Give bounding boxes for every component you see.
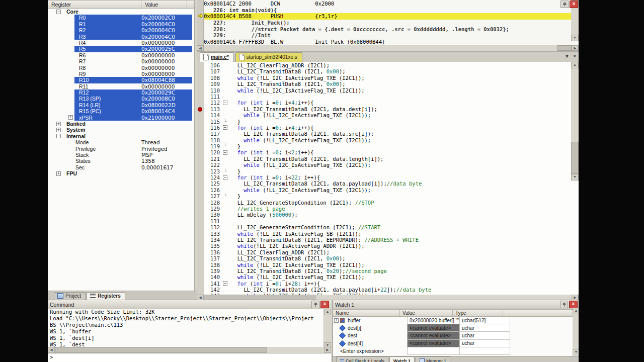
code-line-112[interactable]: 112− for (int i =0; i<4;i++){ [197,100,571,106]
breakpoint-icon[interactable] [198,107,202,112]
pin-icon[interactable] [311,301,319,308]
register-row-r2[interactable]: R20x200004C0 [48,27,194,33]
code-line-127[interactable]: 127└ } [197,193,571,199]
code-line-123[interactable]: 123└ } [197,168,571,174]
command-horizontal-scrollbar[interactable]: ◀ ▶ [48,347,331,353]
register-row-r1[interactable]: R10x200004C0 [48,21,194,27]
register-row-r6[interactable]: R60x00000000 [48,52,194,58]
code-line-141[interactable]: 141− for (int i =0; i<28; i++){ [197,281,571,287]
code-line-132[interactable]: 132 LL_I2C_GenerateStartCondition (I2C1)… [197,224,571,230]
expander-icon[interactable]: − [56,134,61,138]
disassembly-line[interactable]: 228: //struct Packet data = {.dest = 0xc… [204,26,571,33]
tab-watch-1[interactable]: Watch 1 [389,356,415,362]
tab-call-stack-locals[interactable]: Call Stack + Locals [336,356,388,362]
register-row-r4[interactable]: R40x00000000 [48,40,194,46]
register-row-privilege[interactable]: PrivilegePrivileged [48,146,194,152]
register-row-r5[interactable]: R50x2000025C [48,46,194,52]
disassembly-line[interactable]: 0x080014C6 F7FFFB3D BL.W Init_Pack (0x08… [204,39,571,45]
register-row-r7[interactable]: R70x00000000 [48,58,194,64]
close-icon[interactable]: × [320,301,329,308]
code-line-120[interactable]: 120− for (int i =0; i<2;i++){ [197,149,571,155]
code-line-110[interactable]: 110 while (!LL_I2C_IsActiveFlag_TXE (I2C… [197,87,571,94]
code-line-109[interactable]: 109 LL_I2C_TransmitData8 (I2C1, 0x00); [197,81,571,87]
watch-row-buffer[interactable]: +buffer0x20000020 buffer[] ""uchar[512] [333,317,579,324]
command-input[interactable]: > [48,353,331,361]
code-line-115[interactable]: 115└ } [197,119,571,125]
register-row-xpsr[interactable]: +xPSR0x21000000 [48,115,194,121]
scroll-left-icon[interactable]: ◀ [48,347,55,353]
scroll-down-icon[interactable]: ▼ [571,174,579,180]
register-column-header[interactable]: Register [48,0,141,9]
code-line-114[interactable]: 114 while (!LL_I2C_IsActiveFlag_TXE (I2C… [197,112,571,118]
expander-icon[interactable]: + [334,318,339,323]
code-line-136[interactable]: 136 LL_I2C_ClearFlag_ADDR (I2C1); [197,249,571,255]
scroll-up-icon[interactable]: ▲ [571,62,579,68]
fold-icon[interactable]: − [223,101,227,105]
editor-vertical-scrollbar[interactable]: ▲ ▼ [571,62,579,295]
register-row-internal[interactable]: −Internal [48,133,194,139]
fold-icon[interactable]: − [223,175,227,180]
code-line-137[interactable]: 137 LL_I2C_TransmitData8 (I2C1, 0x00); [197,255,571,261]
register-row-fpu[interactable]: +FPU [48,170,194,176]
code-line-128[interactable]: 128 LL_I2C_GenerateStopCondition (I2C1);… [197,200,571,206]
disassembly-horizontal-scrollbar[interactable]: ◀ ▶ [197,45,579,51]
tab-memory-1[interactable]: Memory 1 [416,356,450,362]
expander-icon[interactable]: + [56,128,61,132]
code-line-138[interactable]: 138 while (!LL_I2C_IsActiveFlag_TXE (I2C… [197,262,571,268]
name-column-header[interactable]: Name [333,309,400,317]
watch-row-dest[interactable]: dest<cannot evaluate>uchar [333,332,579,339]
code-area[interactable]: 106 LL_I2C_ClearFlag_ADDR (I2C1);107 LL_… [197,62,579,295]
code-line-113[interactable]: 113 LL_I2C_TransmitData8 (I2C1, data.des… [197,106,571,112]
close-icon[interactable]: × [570,1,578,8]
code-line-121[interactable]: 121 LL_I2C_TransmitData8 (I2C1, data.len… [197,156,571,162]
code-line-130[interactable]: 130 LL_mDelay (500000); [197,212,571,218]
register-row-core[interactable]: −Core [48,9,194,15]
disassembly-margin[interactable] [197,0,204,45]
register-row-stack[interactable]: StackMSP [48,152,194,158]
close-icon[interactable]: × [569,301,578,308]
value-column-header[interactable]: Value [141,0,187,9]
fold-icon[interactable]: − [223,150,227,155]
register-row-r15-pc-[interactable]: R15 (PC)0x080014C4 [48,108,194,114]
register-row-mode[interactable]: ModeThread [48,139,194,145]
command-vertical-scrollbar[interactable]: ▲ ▼ [324,309,331,347]
code-line-124[interactable]: 124− for (int i =0; i<22; i++){ [197,174,571,180]
code-line-122[interactable]: 122 while (!LL_I2C_IsActiveFlag_TXE (I2C… [197,162,571,168]
pin-icon[interactable] [560,301,568,308]
value-column-header[interactable]: Value [400,309,453,317]
tab-main-c[interactable]: main.c* [200,52,234,62]
disassembly-lines[interactable]: 0x080014C2 2000 DCW 0x2000 226: int main… [204,1,571,45]
scroll-right-icon[interactable]: ▶ [324,347,331,353]
scrollbar-thumb[interactable] [557,45,572,51]
scroll-down-icon[interactable]: ▼ [573,349,579,355]
register-row-r12[interactable]: R120x2000029C [48,89,194,96]
tab-registers[interactable]: Registers [87,292,125,300]
watch-row-dest-i-[interactable]: dest[i]<cannot evaluate>uchar [333,324,579,332]
fold-icon[interactable]: − [223,281,227,286]
watch-row-dest-4-[interactable]: dest[4]<cannot evaluate>uchar [333,340,579,347]
disassembly-line[interactable]: 0x080014C2 2000 DCW 0x2000 [204,1,571,7]
expander-icon[interactable]: + [56,171,61,176]
code-line-108[interactable]: 108 while (!LL_I2C_IsActiveFlag_TXE (I2C… [197,75,571,81]
pin-icon[interactable] [560,1,569,8]
register-row-r3[interactable]: R30x200004C0 [48,34,194,40]
expander-icon[interactable]: + [68,115,73,120]
code-line-133[interactable]: 133 while (!LL_I2C_IsActiveFlag_SB (I2C1… [197,231,571,237]
fold-icon[interactable]: − [223,125,227,130]
expander-icon[interactable]: + [56,122,61,126]
register-row-system[interactable]: +System [48,127,194,133]
code-line-131[interactable]: 131 [197,218,571,224]
scroll-up-icon[interactable]: ▲ [324,309,331,315]
disassembly-line[interactable]: 227: Init_Pack(); [204,20,571,26]
disassembly-line[interactable]: 226: int main(void){ [204,7,571,14]
command-output[interactable]: Running with Code Size Limit: 32KLoad "C… [48,309,324,347]
tab-list-dropdown-icon[interactable]: ▼ [565,54,570,59]
register-row-banked[interactable]: +Banked [48,121,194,127]
register-row-r9[interactable]: R90x00000000 [48,71,194,77]
scroll-left-icon[interactable]: ◀ [197,45,204,51]
register-row-r11[interactable]: R110x00000000 [48,83,194,89]
expander-icon[interactable]: − [56,10,61,14]
register-row-r8[interactable]: R80x00000000 [48,65,194,71]
register-row-states[interactable]: States1358 [48,158,194,164]
scrollbar-thumb[interactable] [571,142,579,174]
